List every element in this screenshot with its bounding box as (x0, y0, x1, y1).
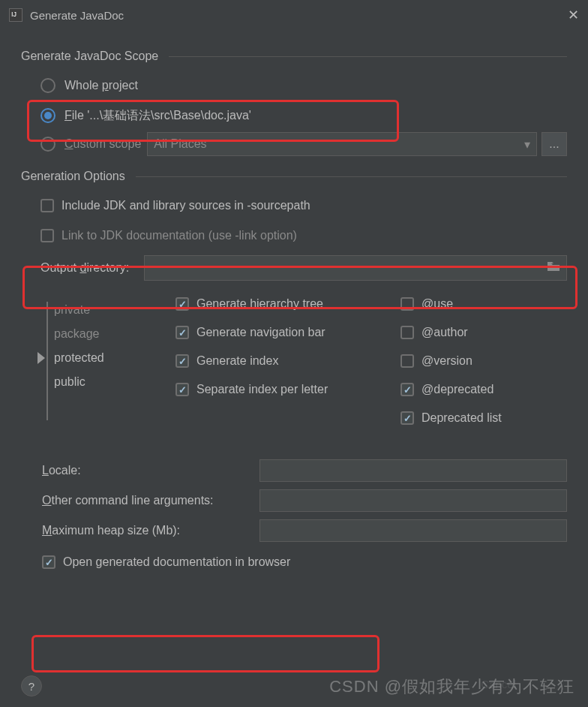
vis-private[interactable]: private (40, 303, 176, 317)
check-include-jdk[interactable]: Include JDK and library sources in -sour… (40, 194, 567, 218)
check-sep-index[interactable]: Separate index per letter (176, 383, 400, 396)
heap-label: Maximum heap size (Mb): (42, 524, 260, 537)
check-label: Include JDK and library sources in -sour… (62, 199, 310, 212)
checkbox-icon (176, 297, 189, 311)
chevron-down-icon: ▾ (524, 137, 530, 152)
scope-header-label: Generate JavaDoc Scope (21, 50, 158, 63)
check-navbar[interactable]: Generate navigation bar (176, 326, 400, 339)
output-directory-row: Output directory: (40, 255, 567, 281)
radio-label: Whole project (64, 79, 138, 92)
watermark: CSDN @假如我年少有为不轻狂 (329, 675, 574, 698)
check-deprecated[interactable]: @deprecated (400, 383, 550, 396)
output-directory-input[interactable] (144, 255, 567, 281)
checkbox-icon (400, 354, 414, 368)
locale-row: Locale: (42, 459, 567, 482)
checkbox-icon (42, 555, 56, 569)
title-bar: Generate JavaDoc ✕ (0, 0, 588, 30)
pointer-icon (38, 352, 45, 364)
visibility-slider[interactable]: private package protected public (40, 297, 176, 425)
highlight-box (32, 635, 380, 672)
options-header-label: Generation Options (21, 170, 125, 183)
scope-browse-button[interactable]: ... (542, 132, 567, 156)
check-index[interactable]: Generate index (176, 354, 400, 368)
radio-label: Custom scope (64, 137, 141, 151)
check-label: Link to JDK documentation (use -link opt… (62, 229, 297, 242)
check-version[interactable]: @version (400, 354, 550, 368)
check-hierarchy[interactable]: Generate hierarchy tree (176, 297, 400, 311)
checkbox-icon (400, 326, 414, 339)
check-open-browser[interactable]: Open generated documentation in browser (42, 555, 567, 569)
other-args-input[interactable] (260, 489, 567, 512)
check-link-jdk: Link to JDK documentation (use -link opt… (40, 224, 567, 248)
heap-row: Maximum heap size (Mb): (42, 519, 567, 542)
radio-whole-project[interactable]: Whole project (40, 74, 567, 98)
check-use[interactable]: @use (400, 297, 550, 311)
checkbox-icon (40, 199, 54, 212)
vis-public[interactable]: public (40, 375, 176, 389)
checkbox-icon (176, 354, 189, 368)
other-args-row: Other command line arguments: (42, 489, 567, 512)
help-button[interactable]: ? (21, 675, 42, 696)
check-label: Open generated documentation in browser (63, 555, 290, 569)
checkbox-icon (40, 229, 54, 242)
checkbox-icon (400, 297, 414, 311)
radio-custom-scope[interactable]: Custom scope (40, 132, 141, 156)
options-header: Generation Options (21, 170, 567, 183)
radio-icon (40, 137, 56, 152)
output-label: Output directory: (40, 261, 129, 275)
check-deplist[interactable]: Deprecated list (400, 411, 550, 425)
window-title: Generate JavaDoc (30, 9, 124, 22)
locale-input[interactable] (260, 459, 567, 482)
scope-select-value: All Places (154, 137, 206, 151)
radio-icon (40, 78, 56, 93)
radio-icon (40, 108, 56, 123)
radio-label: File '...\基础语法\src\Base\doc.java' (64, 108, 251, 124)
other-args-label: Other command line arguments: (42, 494, 260, 507)
radio-file[interactable]: File '...\基础语法\src\Base\doc.java' (40, 104, 567, 128)
checkbox-icon (176, 326, 189, 339)
app-icon (9, 8, 22, 22)
checkbox-icon (176, 383, 189, 396)
heap-input[interactable] (260, 519, 567, 542)
vis-protected[interactable]: protected (40, 351, 176, 365)
checkbox-icon (400, 383, 414, 396)
vis-package[interactable]: package (40, 327, 176, 341)
close-icon[interactable]: ✕ (568, 7, 579, 23)
check-author[interactable]: @author (400, 326, 550, 339)
checkbox-icon (400, 411, 414, 425)
locale-label: Locale: (42, 464, 260, 477)
folder-icon[interactable] (547, 261, 560, 272)
scope-header: Generate JavaDoc Scope (21, 50, 567, 63)
scope-select[interactable]: All Places ▾ (147, 132, 537, 156)
